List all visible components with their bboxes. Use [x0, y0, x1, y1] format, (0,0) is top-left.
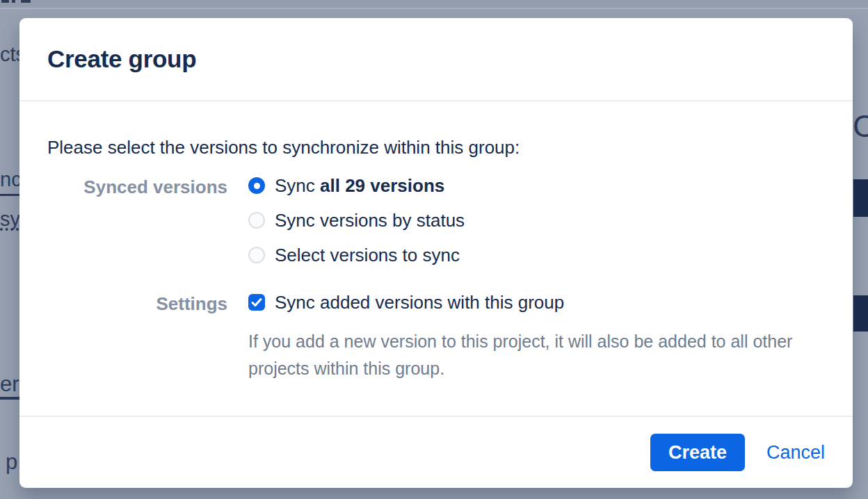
background-text-fragment: nc [0, 168, 22, 191]
background-button-fragment [853, 295, 868, 332]
checkbox-helper-text: If you add a new version to this project… [248, 328, 792, 382]
create-group-modal: Create group Please select the versions … [19, 18, 853, 488]
synced-versions-label: Synced versions [47, 168, 227, 198]
checkbox-label: Sync added versions with this group [275, 292, 564, 313]
radio-label-bold: all 29 versions [320, 175, 444, 196]
checkbox-checked-icon[interactable] [248, 294, 265, 311]
background-text-fragment: C [853, 108, 868, 145]
background-top-divider [0, 0, 868, 9]
radio-option-label: Sync all 29 versions [275, 175, 444, 197]
background-dotted-underline [0, 228, 19, 231]
settings-controls: Sync added versions with this group If y… [248, 285, 792, 382]
radio-option-label: Sync versions by status [275, 210, 465, 231]
modal-footer: Create Cancel [19, 416, 853, 488]
modal-header: Create group [19, 18, 853, 101]
radio-unselected-icon[interactable] [248, 212, 265, 229]
settings-label: Settings [47, 285, 227, 315]
background-glyph-fragment [1, 0, 9, 3]
radio-option-sync-all[interactable]: Sync all 29 versions [248, 168, 465, 203]
synced-versions-field: Synced versions Sync all 29 versions Syn… [47, 168, 825, 272]
settings-field: Settings Sync added versions with this g… [47, 285, 825, 382]
radio-selected-icon[interactable] [248, 177, 265, 194]
radio-label-prefix: Sync [275, 175, 320, 196]
modal-title: Create group [47, 45, 196, 73]
radio-option-select-versions[interactable]: Select versions to sync [248, 238, 465, 272]
checkbox-sync-added-versions[interactable]: Sync added versions with this group [248, 285, 792, 320]
create-button[interactable]: Create [650, 434, 745, 471]
radio-option-label: Select versions to sync [275, 245, 460, 266]
cancel-button[interactable]: Cancel [766, 442, 825, 464]
background-underline [0, 194, 19, 196]
radio-option-sync-by-status[interactable]: Sync versions by status [248, 203, 465, 238]
synced-versions-radio-group: Sync all 29 versions Sync versions by st… [248, 168, 465, 272]
background-text-fragment: p [6, 450, 17, 475]
background-glyph-fragment [12, 0, 15, 3]
background-button-fragment [853, 179, 868, 217]
background-glyph-fragment [21, 0, 31, 3]
modal-body: Please select the versions to synchroniz… [19, 101, 853, 416]
helper-line: If you add a new version to this project… [248, 328, 792, 355]
checkmark-icon [251, 297, 262, 307]
helper-line: projects within this group. [248, 355, 792, 382]
intro-text: Please select the versions to synchroniz… [47, 136, 825, 158]
background-underline [0, 397, 19, 400]
radio-unselected-icon[interactable] [248, 247, 265, 263]
